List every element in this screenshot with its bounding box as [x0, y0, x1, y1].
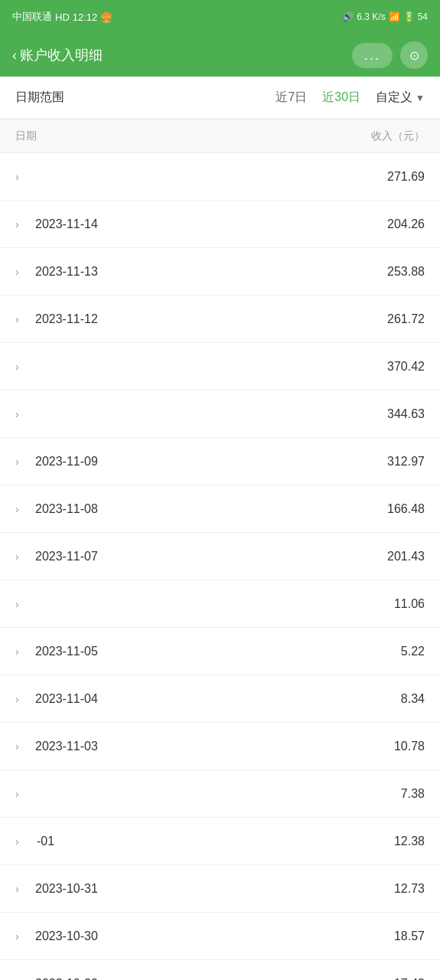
row-amount: 261.72 [387, 312, 425, 326]
row-amount: 18.57 [394, 929, 425, 943]
expand-icon: › [15, 313, 28, 325]
filter-30days[interactable]: 近30日 [322, 90, 360, 106]
row-amount: 253.88 [387, 265, 425, 279]
network-speed: 6.3 K/s [357, 11, 385, 22]
row-date: 2023-10-29 [35, 977, 394, 981]
amount-column-header: 收入（元） [371, 129, 425, 143]
table-row[interactable]: ›344.63 [0, 390, 440, 438]
status-left: 中国联通 HD 12:12 🍔 [12, 10, 112, 24]
signal-type: HD [55, 11, 70, 23]
nav-actions: ... ⊙ [352, 41, 428, 69]
expand-icon: › [15, 978, 28, 981]
filter-bar: 日期范围 近7日 近30日 自定义 ▼ [0, 77, 440, 119]
row-date: 2023-10-30 [35, 929, 394, 943]
table-row[interactable]: ›7.38 [0, 770, 440, 818]
expand-icon: › [15, 740, 28, 753]
filter-7days[interactable]: 近7日 [275, 90, 307, 106]
scan-button[interactable]: ⊙ [400, 41, 428, 69]
row-amount: 344.63 [387, 407, 425, 421]
nav-bar: ‹ 账户收入明细 ... ⊙ [0, 34, 440, 77]
expand-icon: › [15, 645, 28, 658]
row-amount: 12.73 [394, 882, 425, 896]
table-row[interactable]: ›2023-10-2917.43 [0, 960, 440, 980]
expand-icon: › [15, 788, 28, 800]
row-amount: 11.06 [394, 597, 425, 611]
table-row[interactable]: ›-0112.38 [0, 818, 440, 865]
table-row[interactable]: ›2023-11-12261.72 [0, 296, 440, 343]
row-date: 2023-11-12 [35, 312, 387, 326]
expand-icon: › [15, 218, 28, 230]
table-row[interactable]: ›2023-10-3112.73 [0, 865, 440, 913]
status-icon: 🍔 [100, 11, 112, 23]
expand-icon: › [15, 835, 28, 848]
expand-icon: › [15, 550, 28, 563]
filter-label: 日期范围 [15, 90, 64, 106]
table-row[interactable]: ›2023-11-055.22 [0, 628, 440, 675]
table-row[interactable]: ›2023-11-048.34 [0, 675, 440, 723]
table-row[interactable]: ›370.42 [0, 343, 440, 390]
expand-icon: › [15, 171, 28, 183]
status-time: 12:12 [73, 11, 98, 23]
date-column-header: 日期 [15, 129, 371, 143]
expand-icon: › [15, 456, 28, 468]
expand-icon: › [15, 883, 28, 895]
row-amount: 7.38 [401, 787, 425, 801]
row-amount: 17.43 [394, 977, 425, 981]
expand-icon: › [15, 598, 28, 610]
expand-icon: › [15, 693, 28, 705]
row-date: -01 [35, 835, 394, 848]
row-amount: 370.42 [387, 360, 425, 374]
back-button[interactable]: ‹ 账户收入明细 [12, 46, 103, 64]
table-row[interactable]: ›2023-11-09312.97 [0, 438, 440, 485]
filter-custom[interactable]: 自定义 ▼ [376, 90, 425, 106]
carrier-label: 中国联通 [12, 10, 52, 24]
bluetooth-icon: 🔊 [342, 11, 354, 22]
row-date: 2023-11-08 [35, 502, 387, 516]
row-amount: 271.69 [387, 170, 425, 184]
expand-icon: › [15, 930, 28, 942]
dropdown-arrow-icon: ▼ [416, 93, 425, 103]
row-date: 2023-11-03 [35, 740, 394, 753]
table-body: ›271.69›2023-11-14204.26›2023-11-13253.8… [0, 153, 440, 980]
row-date: 2023-11-07 [35, 550, 387, 564]
row-amount: 12.38 [394, 835, 425, 848]
back-icon: ‹ [12, 47, 17, 64]
battery-level: 54 [418, 11, 428, 22]
wifi-icon: 📶 [389, 11, 400, 22]
row-amount: 201.43 [387, 550, 425, 564]
table-row[interactable]: ›271.69 [0, 153, 440, 201]
more-button[interactable]: ... [352, 43, 393, 68]
expand-icon: › [15, 503, 28, 515]
table-row[interactable]: ›2023-10-3018.57 [0, 913, 440, 960]
expand-icon: › [15, 408, 28, 420]
row-amount: 10.78 [394, 740, 425, 753]
row-amount: 5.22 [401, 645, 425, 658]
table-row[interactable]: ›2023-11-13253.88 [0, 248, 440, 296]
table-row[interactable]: ›2023-11-08166.48 [0, 485, 440, 533]
nav-title: 账户收入明细 [20, 46, 103, 64]
row-date: 2023-11-05 [35, 645, 401, 658]
row-amount: 312.97 [387, 455, 425, 469]
row-amount: 204.26 [387, 217, 425, 231]
battery-icon: 🔋 [403, 11, 415, 22]
filter-options: 近7日 近30日 自定义 ▼ [275, 90, 425, 106]
row-amount: 8.34 [401, 692, 425, 706]
row-date: 2023-10-31 [35, 882, 394, 896]
status-right: 🔊 6.3 K/s 📶 🔋 54 [342, 11, 428, 22]
scan-icon: ⊙ [409, 48, 419, 63]
table-row[interactable]: ›2023-11-14204.26 [0, 201, 440, 248]
table-row[interactable]: ›11.06 [0, 580, 440, 628]
table-row[interactable]: ›2023-11-07201.43 [0, 533, 440, 580]
table-row[interactable]: ›2023-11-0310.78 [0, 723, 440, 770]
row-date: 2023-11-09 [35, 455, 387, 469]
table-header: 日期 收入（元） [0, 119, 440, 153]
row-date: 2023-11-04 [35, 692, 401, 706]
row-date: 2023-11-14 [35, 217, 387, 231]
expand-icon: › [15, 266, 28, 278]
row-amount: 166.48 [387, 502, 425, 516]
status-bar: 中国联通 HD 12:12 🍔 🔊 6.3 K/s 📶 🔋 54 [0, 0, 440, 34]
row-date: 2023-11-13 [35, 265, 387, 279]
expand-icon: › [15, 361, 28, 373]
filter-custom-label: 自定义 [376, 90, 412, 106]
